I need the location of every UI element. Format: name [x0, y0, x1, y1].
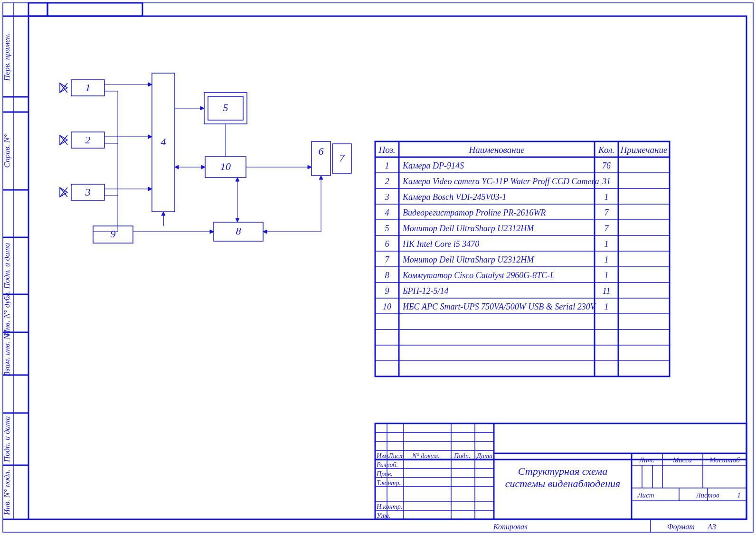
- cell-pos: 8: [385, 271, 389, 280]
- cell-qty: 76: [602, 161, 611, 170]
- tb-listov-n: 1: [737, 491, 741, 499]
- th-pos: Поз.: [378, 145, 395, 155]
- svg-marker-35: [161, 212, 165, 216]
- tb-podp: Подп.: [454, 452, 471, 460]
- cell-pos: 1: [385, 161, 389, 170]
- b9-label: 9: [111, 228, 116, 240]
- cell-qty: 11: [603, 286, 611, 296]
- svg-marker-53: [263, 230, 267, 234]
- tb-utv: Утв.: [377, 512, 390, 519]
- side-invd: Инв. N° дубл.: [2, 291, 11, 337]
- top-tab-2: [47, 3, 142, 16]
- cell-name: ИБС APC Smart-UPS 750VA/500W USB & Seria…: [402, 302, 596, 311]
- cell-pos: 9: [385, 286, 389, 296]
- cell-name: Камера DP-914S: [402, 161, 464, 170]
- th-name: Наименование: [468, 145, 524, 155]
- cell-pos: 10: [383, 302, 391, 311]
- camera-icon-2: [60, 135, 67, 145]
- cell-name: Видеорегистратор Proline PR-2616WR: [403, 208, 546, 217]
- side-perv: Перв. примен.: [2, 33, 11, 82]
- tb-prov: Пров.: [376, 470, 393, 478]
- tb-ndoc: N° докум.: [412, 452, 439, 460]
- svg-marker-46: [308, 165, 312, 169]
- cell-qty: 7: [605, 208, 609, 217]
- title-line-2: системы виденаблюдения: [505, 478, 621, 489]
- th-qty: Кол.: [598, 145, 614, 155]
- top-tab-1: [28, 3, 47, 16]
- cell-pos: 3: [385, 192, 389, 202]
- cell-qty: 1: [605, 302, 609, 311]
- cell-name: Камера Bosch VDI-245V03-1: [402, 192, 506, 202]
- side-invp: Инв. N° подл.: [2, 469, 11, 516]
- svg-marker-48: [236, 218, 239, 222]
- camera-icon-1: [60, 83, 67, 93]
- b8-label: 8: [236, 225, 241, 237]
- svg-marker-29: [148, 187, 152, 191]
- inner-frame: [28, 16, 747, 519]
- b3-label: 3: [85, 186, 91, 198]
- footer-a3: A3: [707, 523, 716, 531]
- svg-marker-40: [200, 106, 204, 110]
- side-vzam: Взам. инв. N°: [2, 331, 11, 376]
- tb-izm: Изм.: [376, 452, 390, 460]
- side-podp1: Подп. и дата: [2, 243, 11, 290]
- cell-pos: 7: [385, 255, 390, 264]
- cell-qty: 31: [602, 177, 611, 186]
- b4-label: 4: [161, 136, 166, 148]
- title-line-1: Структурная схема: [518, 465, 607, 477]
- tb-razrab: Разраб.: [376, 461, 398, 469]
- cell-pos: 4: [385, 208, 389, 217]
- tb-data: Дата: [476, 452, 492, 460]
- tb-massa: Масса: [672, 456, 692, 464]
- tb-list: Лист: [388, 452, 404, 460]
- footer-kopiroval: Копировал: [493, 523, 528, 531]
- svg-marker-42: [201, 165, 205, 169]
- tb-tkontr: Т.контр.: [377, 479, 401, 487]
- block-diagram: 1 2 3 4 5 6 7 8 9 10: [60, 73, 351, 243]
- cell-name: БРП-12-5/14: [402, 286, 449, 296]
- b1-label: 1: [85, 82, 91, 94]
- cell-pos: 5: [385, 224, 389, 233]
- b5-label: 5: [223, 102, 228, 113]
- cell-name: Монитор Dell UltraSharp U2312HM: [402, 224, 534, 233]
- cell-pos: 6: [385, 239, 389, 249]
- cell-name: Монитор Dell UltraSharp U2312HM: [402, 255, 534, 264]
- camera-icon-3: [60, 188, 67, 197]
- cell-qty: 1: [605, 239, 609, 249]
- b7-label: 7: [340, 152, 345, 164]
- th-note: Примечание: [620, 145, 668, 155]
- cell-name: ПК Intel Core i5 3470: [402, 239, 479, 249]
- cell-qty: 1: [605, 192, 609, 202]
- footer-format: Формат: [667, 523, 695, 531]
- tb-listov: Листов: [695, 491, 719, 499]
- cell-name: Камера Video camera YC-11P Water Proff C…: [402, 177, 599, 186]
- b10-label: 10: [220, 160, 231, 172]
- cell-name: Коммутатор Cisco Catalyst 2960G-8TC-L: [402, 271, 555, 280]
- svg-marker-37: [210, 230, 214, 234]
- svg-marker-52: [319, 176, 323, 179]
- b6-label: 6: [319, 145, 324, 157]
- cell-pos: 2: [385, 177, 389, 186]
- parts-table: Поз. Наименование Кол. Примечание 1Камер…: [375, 141, 670, 376]
- side-sprav: Справ. N°: [2, 134, 11, 168]
- cell-qty: 1: [605, 271, 609, 280]
- b2-label: 2: [85, 134, 91, 146]
- tb-masht: Масштаб: [709, 456, 740, 464]
- svg-marker-43: [175, 165, 179, 169]
- svg-marker-49: [236, 178, 239, 181]
- cell-qty: 1: [605, 255, 609, 264]
- title-block: Изм. Лист N° докум. Подп. Дата Разраб. П…: [375, 423, 747, 519]
- tb-lit: Лит.: [639, 456, 654, 464]
- svg-marker-26: [148, 135, 152, 139]
- side-podp2: Подп. и дата: [2, 416, 11, 463]
- tb-nkontr: Н.контр.: [376, 503, 402, 510]
- svg-marker-22: [148, 83, 152, 86]
- tb-list2: Лист: [637, 491, 654, 499]
- cell-qty: 7: [605, 224, 609, 233]
